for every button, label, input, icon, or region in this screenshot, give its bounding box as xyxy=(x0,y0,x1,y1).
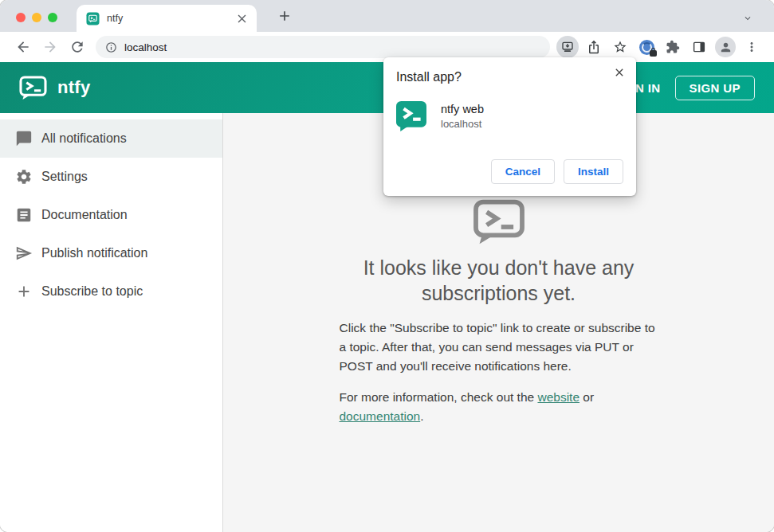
dialog-title: Install app? xyxy=(396,70,623,84)
profile-button[interactable] xyxy=(714,36,737,58)
sidebar-item-label: Subscribe to topic xyxy=(41,284,143,299)
extensions-button[interactable] xyxy=(662,36,684,58)
ntfy-app-icon xyxy=(396,101,426,131)
sidebar-item-settings[interactable]: Settings xyxy=(0,158,222,196)
empty-state-text: Click the "Subscribe to topic" link to c… xyxy=(340,319,658,426)
empty-state-paragraph: Click the "Subscribe to topic" link to c… xyxy=(340,319,658,376)
side-panel-button[interactable] xyxy=(688,36,710,58)
sidebar-item-label: Publish notification xyxy=(41,246,147,260)
password-extension-button[interactable] xyxy=(635,36,658,58)
paragraph2-middle: or xyxy=(580,390,594,404)
send-icon xyxy=(15,244,33,262)
cancel-button[interactable]: Cancel xyxy=(491,159,555,184)
app-title: ntfy xyxy=(57,77,91,98)
sidebar-item-label: All notifications xyxy=(41,131,127,146)
sidebar-item-publish-notification[interactable]: Publish notification xyxy=(0,234,222,272)
install-button[interactable]: Install xyxy=(564,159,623,184)
install-app-button[interactable] xyxy=(556,36,579,58)
share-button[interactable] xyxy=(583,36,605,58)
install-icon xyxy=(560,40,575,54)
dialog-buttons: Cancel Install xyxy=(491,159,623,184)
dialog-app-name: ntfy web xyxy=(441,103,484,115)
sidebar: All notifications Settings Documentation… xyxy=(0,113,223,532)
ntfy-empty-state-icon xyxy=(473,199,525,245)
plus-icon xyxy=(15,283,33,300)
website-link[interactable]: website xyxy=(537,390,580,404)
extension-lock-icon xyxy=(639,40,654,55)
empty-state-paragraph2: For more information, check out the webs… xyxy=(340,388,658,426)
traffic-lights xyxy=(16,13,57,22)
zoom-window-button[interactable] xyxy=(48,13,57,22)
sidebar-item-label: Settings xyxy=(41,170,88,184)
tab-strip: ntfy xyxy=(0,0,774,32)
close-window-button[interactable] xyxy=(16,13,26,22)
install-app-dialog: Install app? ntfy web localhost Cancel I… xyxy=(383,57,636,196)
kebab-menu-icon xyxy=(745,40,759,54)
browser-tab-ntfy[interactable]: ntfy xyxy=(77,5,257,32)
forward-icon[interactable] xyxy=(42,39,58,55)
new-tab-button[interactable] xyxy=(274,6,294,25)
gear-icon xyxy=(15,168,33,186)
sidebar-item-label: Documentation xyxy=(41,208,128,222)
article-icon xyxy=(15,206,33,224)
minimize-window-button[interactable] xyxy=(32,13,41,22)
toolbar-actions xyxy=(556,36,764,58)
browser-menu-button[interactable] xyxy=(741,36,763,58)
star-icon xyxy=(613,40,627,54)
chat-icon xyxy=(15,130,33,147)
site-info-icon[interactable] xyxy=(105,41,117,53)
ntfy-logo-icon xyxy=(19,76,47,100)
profile-avatar-icon xyxy=(715,37,736,57)
puzzle-icon xyxy=(666,40,680,54)
tab-search-chevron-icon[interactable] xyxy=(742,13,753,24)
bookmark-button[interactable] xyxy=(609,36,631,58)
tab-title: ntfy xyxy=(107,13,235,24)
sign-up-button[interactable]: SIGN UP xyxy=(675,76,755,100)
ntfy-favicon-icon xyxy=(86,12,100,25)
dialog-app-origin: localhost xyxy=(441,118,484,130)
browser-window: ntfy localhost xyxy=(0,0,774,532)
address-bar[interactable]: localhost xyxy=(96,36,550,58)
dialog-close-icon[interactable] xyxy=(613,66,626,79)
empty-state-heading: It looks like you don't have any subscri… xyxy=(324,255,674,306)
paragraph2-prefix: For more information, check out the xyxy=(340,390,538,404)
sidebar-item-documentation[interactable]: Documentation xyxy=(0,196,222,234)
paragraph2-suffix: . xyxy=(420,409,423,423)
sidebar-item-all-notifications[interactable]: All notifications xyxy=(0,119,222,158)
sidebar-item-subscribe-to-topic[interactable]: Subscribe to topic xyxy=(0,272,222,311)
url-text: localhost xyxy=(124,41,167,53)
back-icon[interactable] xyxy=(15,39,31,55)
share-icon xyxy=(587,40,601,54)
plus-icon xyxy=(277,8,293,24)
tab-close-icon[interactable] xyxy=(235,12,249,25)
side-panel-icon xyxy=(692,40,706,54)
reload-icon[interactable] xyxy=(69,39,85,55)
documentation-link[interactable]: documentation xyxy=(340,409,421,423)
dialog-app-row: ntfy web localhost xyxy=(396,101,623,131)
